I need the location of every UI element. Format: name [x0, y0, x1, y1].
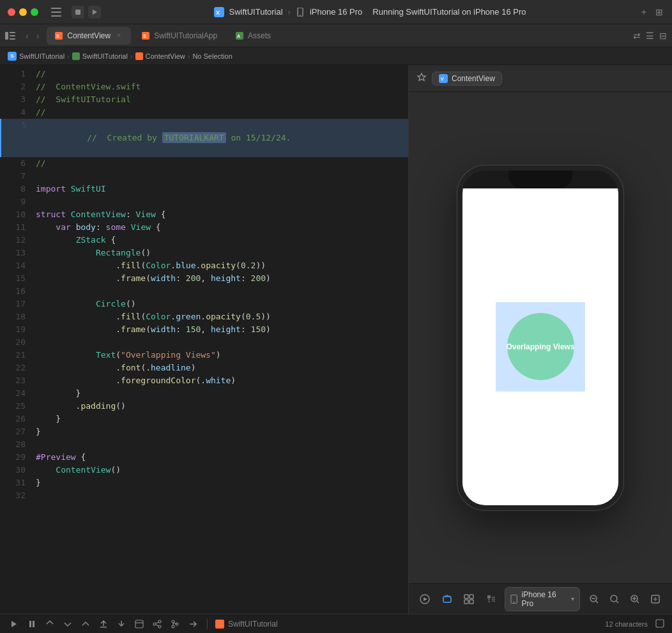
svg-rect-0	[51, 8, 61, 9]
code-line-23: 23 .foregroundColor(.white)	[0, 374, 408, 387]
zstack-preview: Overlapping Views	[496, 302, 585, 392]
swift-icon-app: S	[141, 31, 150, 40]
preview-canvas: Overlapping Views	[409, 92, 672, 583]
svg-rect-36	[100, 627, 107, 628]
statusbar-nav-icon[interactable]	[43, 618, 56, 630]
code-line-10: 10 struct ContentView: View {	[0, 208, 408, 221]
statusbar-upload-icon[interactable]	[97, 618, 110, 630]
code-line-2: 2 // ContentView.swift	[0, 80, 408, 93]
code-line-15: 15 .frame(width: 200, height: 200)	[0, 272, 408, 285]
preview-play-icon[interactable]	[416, 590, 434, 608]
file-icon	[135, 52, 143, 60]
svg-point-30	[611, 595, 617, 602]
navigator-toggle[interactable]	[5, 31, 15, 40]
svg-rect-37	[135, 620, 143, 628]
tab-assets[interactable]: A Assets	[227, 27, 279, 45]
statusbar-down-icon[interactable]	[61, 618, 74, 630]
tab-contentview[interactable]: S ContentView ×	[47, 27, 131, 45]
statusbar-pause-icon[interactable]	[26, 618, 38, 630]
breadcrumb-group[interactable]: SwiftUITutorial	[82, 52, 128, 60]
statusbar-project-name: SwiftUITutorial	[228, 620, 278, 629]
svg-rect-34	[29, 621, 31, 627]
statusbar-share-icon[interactable]	[151, 618, 164, 630]
iphone-screen: Overlapping Views	[462, 188, 618, 505]
code-line-9: 9	[0, 195, 408, 208]
device-name: iPhone 16 Pro	[310, 7, 362, 17]
breadcrumb-file[interactable]: ContentView	[146, 52, 185, 60]
preview-debug-icon[interactable]	[439, 590, 456, 608]
maximize-button[interactable]	[31, 8, 38, 16]
statusbar-right: 12 characters	[605, 619, 664, 629]
svg-rect-35	[33, 621, 34, 627]
code-line-26: 26 }	[0, 413, 408, 425]
tab-contentview-close[interactable]: ×	[114, 31, 123, 40]
iphone-notch	[508, 171, 572, 188]
minimize-button[interactable]	[19, 8, 27, 16]
zoom-controls	[585, 590, 664, 608]
project-icon: S	[8, 52, 17, 61]
statusbar-divider	[207, 619, 208, 629]
preview-settings-icon[interactable]	[483, 590, 500, 608]
code-line-3: 3 // SwiftUITutorial	[0, 93, 408, 106]
preview-grid-icon[interactable]	[461, 590, 478, 608]
svg-point-28	[514, 601, 515, 602]
svg-text:S: S	[56, 34, 59, 38]
statusbar-expand-icon[interactable]	[655, 619, 664, 629]
zoom-fit-button[interactable]	[646, 590, 664, 608]
svg-point-39	[153, 623, 156, 625]
zoom-reset-button[interactable]	[606, 590, 623, 608]
svg-text:V: V	[441, 77, 444, 81]
sidebar-toggle-icon[interactable]	[49, 4, 64, 20]
traffic-lights	[8, 8, 38, 16]
main-content: 1 // 2 // ContentView.swift 3 // SwiftUI…	[0, 65, 672, 614]
statusbar-run-icon[interactable]	[8, 618, 20, 630]
code-line-18: 18 .fill(Color.green.opacity(0.5))	[0, 310, 408, 323]
split-vertical-icon[interactable]: ⇄	[633, 31, 641, 41]
stop-button[interactable]	[72, 6, 84, 19]
forward-arrow[interactable]: ›	[34, 29, 42, 42]
svg-marker-21	[424, 597, 427, 601]
preview-label[interactable]: V ContentView	[432, 72, 502, 86]
breadcrumb: S SwiftUITutorial › SwiftUITutorial › Co…	[0, 47, 672, 65]
code-line-25: 25 .padding()	[0, 400, 408, 413]
code-line-4: 4 //	[0, 106, 408, 119]
tab-swiftuiapp[interactable]: S SwiftUITutorialApp	[134, 27, 225, 45]
add-icon[interactable]: ＋	[639, 7, 649, 17]
back-arrow[interactable]: ‹	[23, 29, 31, 42]
code-line-13: 13 Rectangle()	[0, 247, 408, 259]
statusbar-branch-icon[interactable]	[169, 618, 181, 630]
code-line-30: 30 ContentView()	[0, 464, 408, 477]
project-title: SwiftUITutorial	[229, 7, 283, 17]
statusbar-project-info: SwiftUITutorial	[215, 620, 278, 629]
svg-rect-24	[470, 595, 473, 599]
device-selector[interactable]: iPhone 16 Pro ▾	[505, 587, 580, 611]
layout-icon[interactable]: ⊞	[654, 7, 664, 17]
statusbar-arrow-icon[interactable]	[187, 618, 199, 630]
svg-rect-26	[470, 600, 473, 604]
statusbar-up-icon[interactable]	[79, 618, 92, 630]
layout-toggle-icon[interactable]: ⊟	[659, 31, 667, 41]
assets-icon: A	[235, 31, 244, 40]
tab-swiftuiapp-label: SwiftUITutorialApp	[154, 31, 217, 40]
breadcrumb-project[interactable]: SwiftUITutorial	[19, 52, 65, 60]
nav-arrows: ‹ ›	[23, 29, 42, 42]
code-editor: 1 // 2 // ContentView.swift 3 // SwiftUI…	[0, 65, 409, 614]
pin-icon[interactable]	[416, 72, 427, 84]
code-area[interactable]: 1 // 2 // ContentView.swift 3 // SwiftUI…	[0, 65, 408, 614]
zoom-out-button[interactable]	[585, 590, 603, 608]
run-button[interactable]	[88, 6, 101, 19]
device-icon	[296, 8, 305, 17]
project-statusbar-icon	[215, 620, 224, 629]
statusbar-layout-icon[interactable]	[133, 618, 146, 630]
code-line-17: 17 Circle()	[0, 298, 408, 310]
statusbar-download-icon[interactable]	[115, 618, 128, 630]
svg-rect-1	[51, 11, 61, 13]
breadcrumb-selection[interactable]: No Selection	[192, 52, 232, 60]
code-line-29: 29 #Preview {	[0, 451, 408, 464]
preview-header: V ContentView	[409, 65, 672, 92]
svg-marker-33	[11, 621, 17, 627]
highlighted-text: TUTORIALKART	[162, 132, 226, 143]
inspector-icon[interactable]: ☰	[646, 31, 654, 41]
close-button[interactable]	[8, 8, 15, 16]
zoom-in-button[interactable]	[626, 590, 644, 608]
